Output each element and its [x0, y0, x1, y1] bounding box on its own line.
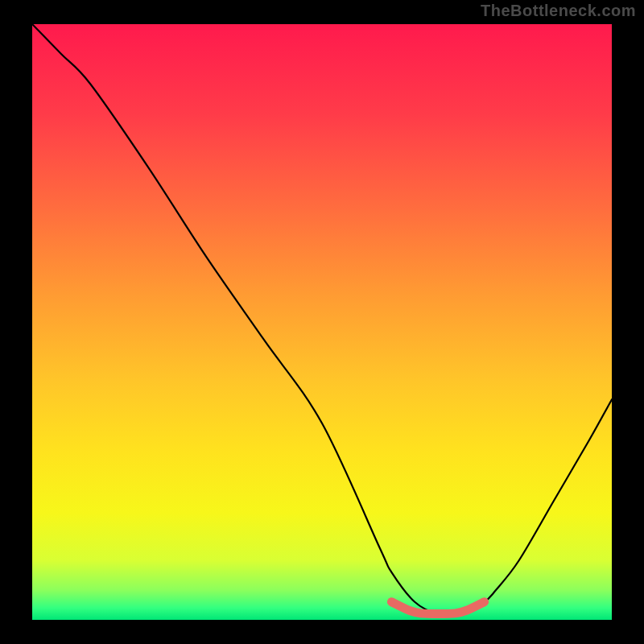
- chart-svg: [32, 24, 612, 620]
- chart-stage: TheBottleneck.com: [0, 0, 644, 644]
- watermark-text: TheBottleneck.com: [481, 2, 636, 20]
- gradient-rect: [32, 24, 612, 620]
- plot-area: [32, 24, 612, 620]
